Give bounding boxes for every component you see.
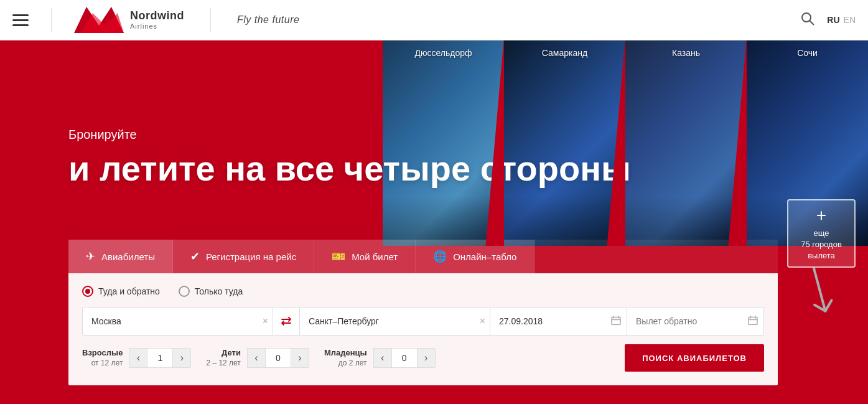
logo-brand: Nordwind: [130, 9, 184, 23]
date-return-wrap: [627, 307, 764, 336]
tab-checkin-label: Регистрация на рейс: [206, 251, 296, 262]
swap-icon: [280, 315, 292, 327]
hamburger-menu-button[interactable]: [12, 14, 29, 26]
header-divider-2: [210, 7, 211, 32]
hero-section: Дюссельдорф Самарканд Казань Сочи + еще7…: [0, 40, 868, 404]
booking-form: ✈ Авиабилеты ✔ Регистрация на рейс 🎫 Мой…: [68, 240, 778, 385]
from-input[interactable]: [82, 307, 273, 336]
tab-mybillet[interactable]: 🎫 Мой билет: [314, 240, 416, 273]
calendar-return-icon: [748, 316, 758, 327]
from-clear-button[interactable]: ×: [263, 316, 268, 327]
hero-subtitle: Бронируйте: [68, 128, 631, 142]
calendar-depart-icon: [611, 316, 621, 327]
city-label-samarkand: Самарканд: [542, 48, 587, 58]
to-input[interactable]: [299, 307, 490, 336]
tab-tickets[interactable]: ✈ Авиабилеты: [68, 240, 173, 273]
more-cities-plus-icon: +: [816, 205, 826, 225]
departure-date-input[interactable]: [490, 307, 627, 336]
hero-text: Бронируйте и летите на все четыре сторон…: [68, 128, 631, 188]
children-label: Дети 2 – 12 лет: [206, 348, 240, 368]
search-button[interactable]: [801, 12, 814, 28]
hero-title: и летите на все четыре стороны: [68, 149, 631, 188]
infants-value: 0: [392, 348, 417, 368]
roundtrip-radio[interactable]: [82, 286, 93, 297]
adults-increment-button[interactable]: ›: [172, 348, 191, 368]
form-body: Туда и обратно Только туда ×: [68, 273, 778, 385]
tab-board[interactable]: 🌐 Онлайн–табло: [416, 240, 534, 273]
children-increment-button[interactable]: ›: [291, 348, 309, 368]
plane-icon: ✈: [86, 250, 95, 263]
date-depart-wrap: [490, 307, 627, 336]
svg-rect-5: [612, 317, 620, 325]
adults-decrement-button[interactable]: ‹: [129, 348, 147, 368]
to-clear-button[interactable]: ×: [480, 316, 485, 327]
infants-label: Младенцы до 2 лет: [324, 348, 367, 368]
tab-checkin[interactable]: ✔ Регистрация на рейс: [173, 240, 314, 273]
from-input-wrap: ×: [82, 307, 273, 336]
logo-tagline: Airlines: [130, 22, 184, 31]
header-right: RU EN: [801, 12, 856, 28]
language-switcher: RU EN: [827, 15, 856, 25]
children-group: Дети 2 – 12 лет ‹ 0 ›: [206, 348, 309, 368]
svg-line-3: [810, 21, 814, 25]
children-value: 0: [266, 348, 291, 368]
city-label-sochi: Сочи: [797, 48, 818, 58]
adults-label: Взрослые от 12 лет: [82, 348, 123, 368]
tab-mybillet-label: Мой билет: [352, 251, 398, 262]
city-photo-kazan[interactable]: Казань: [625, 40, 747, 246]
arrow-indicator: [791, 265, 845, 321]
swap-destinations-button[interactable]: [273, 307, 299, 336]
oneway-radio[interactable]: [179, 286, 190, 297]
to-input-wrap: ×: [299, 307, 490, 336]
svg-point-2: [802, 13, 811, 22]
svg-line-4: [798, 268, 841, 311]
infants-increment-button[interactable]: ›: [417, 348, 436, 368]
adults-group: Взрослые от 12 лет ‹ 1 ›: [82, 348, 191, 368]
roundtrip-option[interactable]: Туда и обратно: [82, 286, 160, 297]
city-label-dusseldorf: Дюссельдорф: [414, 48, 472, 58]
infants-decrement-button[interactable]: ‹: [373, 348, 392, 368]
logo-icon: [74, 7, 124, 33]
lang-ru-button[interactable]: RU: [827, 15, 839, 25]
city-photo-bg: [625, 40, 747, 246]
search-flights-button[interactable]: ПОИСК АВИАБИЛЕТОВ: [625, 344, 764, 372]
oneway-label: Только туда: [195, 286, 243, 296]
checkin-icon: ✔: [190, 250, 200, 263]
logo[interactable]: Nordwind Airlines: [74, 7, 184, 33]
header-divider-1: [51, 7, 52, 32]
infants-group: Младенцы до 2 лет ‹ 0 ›: [324, 348, 436, 368]
passengers-row: Взрослые от 12 лет ‹ 1 › Дети 2 – 12 лет…: [82, 344, 764, 372]
logo-text: Nordwind Airlines: [130, 9, 184, 31]
trip-type-radio-group: Туда и обратно Только туда: [82, 286, 764, 297]
header-left: Nordwind Airlines Fly the future: [12, 7, 299, 33]
search-icon: [801, 12, 814, 26]
more-cities-count: еще75 городоввылета: [801, 228, 842, 262]
header-slogan: Fly the future: [237, 14, 299, 26]
ticket-icon: 🎫: [332, 250, 345, 263]
header: Nordwind Airlines Fly the future RU EN: [0, 0, 868, 40]
globe-icon: 🌐: [433, 250, 447, 263]
tab-tickets-label: Авиабилеты: [101, 251, 155, 262]
flight-inputs-row: × ×: [82, 307, 764, 336]
roundtrip-label: Туда и обратно: [98, 286, 160, 296]
children-decrement-button[interactable]: ‹: [247, 348, 266, 368]
city-label-kazan: Казань: [672, 48, 700, 58]
oneway-option[interactable]: Только туда: [179, 286, 243, 297]
lang-en-button[interactable]: EN: [844, 15, 856, 25]
more-cities-button[interactable]: + еще75 городоввылета: [787, 199, 856, 268]
form-tabs: ✈ Авиабилеты ✔ Регистрация на рейс 🎫 Мой…: [68, 240, 778, 273]
adults-value: 1: [147, 348, 172, 368]
tab-board-label: Онлайн–табло: [453, 251, 516, 262]
return-date-input[interactable]: [627, 307, 764, 336]
svg-rect-9: [749, 317, 757, 325]
